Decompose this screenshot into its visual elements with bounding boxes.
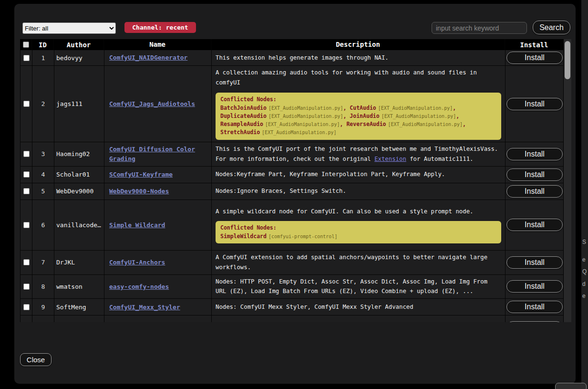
table-scrollbar-thumb[interactable] — [565, 41, 570, 79]
edge-letter: d — [582, 281, 586, 287]
node-name-link[interactable]: easy-comfy-nodes — [109, 282, 169, 292]
header-checkbox-cell — [20, 39, 32, 50]
edge-letter: Q — [582, 268, 587, 275]
row-id: 3 — [32, 142, 54, 166]
row-description-cell: This extension helps generate images thr… — [212, 50, 505, 65]
row-checkbox-cell — [21, 50, 32, 65]
conflict-node-ref: [EXT_AudioManipulation.py] — [268, 105, 343, 111]
row-install-cell: Install — [505, 251, 564, 274]
row-name-cell: ComfyUI Diffusion Color Grading — [104, 142, 212, 166]
row-checkbox-cell — [21, 200, 32, 250]
select-all-checkbox[interactable] — [23, 42, 29, 48]
search-input[interactable] — [432, 22, 527, 34]
row-description-cell: Nodes:Keyframe Part, Keyframe Interpolat… — [212, 167, 505, 183]
node-name-link[interactable]: ComfyUI-Anchors — [109, 258, 165, 267]
search-button[interactable]: Search — [533, 21, 570, 34]
row-checkbox[interactable] — [23, 188, 30, 194]
conflict-node-ref: [EXT_AudioManipulation.py] — [262, 130, 337, 135]
conflict-separator: , — [463, 121, 466, 127]
conflict-node-name: ResampleAudio — [220, 121, 263, 127]
node-name-link[interactable]: Simple Wildcard — [109, 221, 165, 230]
row-description-cell: A simple wildcard node for ComfyUI. Can … — [212, 200, 505, 250]
row-install-cell: Install — [505, 142, 564, 166]
conflict-node-name: ReverseAudio — [346, 121, 386, 127]
row-checkbox[interactable] — [23, 304, 30, 310]
description-text: A simple wildcard node for ComfyUI. Can … — [216, 207, 473, 217]
conflict-separator: , — [456, 113, 459, 119]
description-link[interactable]: Extension — [374, 156, 406, 162]
row-checkbox-cell — [21, 251, 32, 274]
install-button[interactable]: Install — [506, 98, 563, 110]
edge-letter: e — [582, 256, 586, 263]
row-install-cell: Install — [505, 200, 564, 250]
page-right-edge[interactable]: SeQde — [581, 0, 588, 389]
node-name-link[interactable]: ComfyUI Diffusion Color Grading — [109, 145, 209, 163]
table-scrollbar[interactable] — [563, 39, 571, 322]
row-install-cell: Install — [505, 183, 564, 200]
row-install-cell: Install — [505, 315, 564, 322]
table-row: 8wmatsoneasy-comfy-nodesNodes: HTTP POST… — [20, 275, 571, 299]
install-button[interactable]: Install — [506, 256, 563, 269]
row-name-cell: ComfyUI-Anchors — [104, 251, 212, 274]
row-id: 10 — [32, 315, 54, 322]
close-button[interactable]: Close — [20, 353, 52, 366]
table-row: 7DrJKLComfyUI-AnchorsA ComfyUI extension… — [20, 251, 571, 275]
row-author: WebDev9000 — [54, 183, 104, 200]
install-button[interactable]: Install — [506, 219, 563, 231]
conflict-items: SimpleWildcard[comfyui-prompt-control] — [220, 232, 496, 241]
install-button[interactable]: Install — [506, 185, 563, 198]
row-description-cell: Nodes: Yolov8Detection, Yolov8Segmentati… — [212, 315, 505, 322]
conflict-node-name: SimpleWildcard — [220, 233, 267, 240]
row-checkbox[interactable] — [23, 171, 30, 178]
table-row: 4Scholar01SComfyUI-KeyframeNodes:Keyfram… — [20, 167, 571, 183]
row-checkbox[interactable] — [23, 222, 30, 228]
table-body: 1bedovyyComfyUI_NAIDGeneratorThis extens… — [20, 50, 571, 322]
conflict-box: Conflicted Nodes:SimpleWildcard[comfyui-… — [216, 221, 501, 243]
conflict-title: Conflicted Nodes: — [220, 95, 496, 104]
install-button[interactable]: Install — [506, 301, 563, 313]
install-button[interactable]: Install — [506, 321, 563, 322]
filter-select[interactable]: Filter: all — [22, 22, 116, 34]
row-checkbox[interactable] — [23, 259, 30, 265]
row-description-cell: Nodes: ComfyUI Mexx Styler, ComfyUI Mexx… — [212, 299, 505, 315]
row-checkbox-cell — [21, 299, 32, 315]
row-id: 8 — [32, 275, 54, 299]
table-row: 9SoftMengComfyUI_Mexx_StylerNodes: Comfy… — [20, 299, 571, 315]
channel-badge: Channel: recent — [124, 22, 196, 33]
row-checkbox-cell — [21, 315, 32, 322]
custom-nodes-dialog: Filter: all Channel: recent Search ID Au… — [14, 4, 576, 384]
node-name-link[interactable]: ComfyUI_Jags_Audiotools — [109, 99, 195, 109]
row-install-cell: Install — [505, 275, 564, 299]
row-id: 1 — [32, 50, 54, 65]
row-checkbox[interactable] — [23, 101, 30, 107]
conflict-box: Conflicted Nodes:BatchJoinAudio[EXT_Audi… — [216, 93, 501, 139]
install-button[interactable]: Install — [506, 148, 563, 160]
install-button[interactable]: Install — [506, 168, 563, 181]
row-checkbox[interactable] — [23, 151, 30, 157]
node-name-link[interactable]: ComfyUI_NAIDGenerator — [109, 53, 187, 63]
install-button[interactable]: Install — [506, 280, 563, 293]
row-checkbox-cell — [21, 167, 32, 183]
row-name-cell: ComfyUI_Mexx_Styler — [104, 299, 212, 315]
description-text: A ComfyUI extension to add spatial ancho… — [216, 252, 501, 273]
node-name-link[interactable]: WebDev9000-Nodes — [109, 187, 169, 196]
row-name-cell: ComfyUI Yolov8 — [104, 315, 212, 322]
node-name-link[interactable]: SComfyUI-Keyframe — [109, 170, 173, 179]
conflict-node-ref: [EXT_AudioManipulation.py] — [388, 122, 463, 127]
node-name-link[interactable]: ComfyUI_Mexx_Styler — [109, 303, 180, 312]
row-description-cell: Nodes: HTTP POST, Empty Dict, Assoc Str,… — [212, 275, 505, 299]
table-row: 3Haoming02ComfyUI Diffusion Color Gradin… — [20, 142, 571, 167]
table-row: 6vanillacode…Simple WildcardA simple wil… — [20, 200, 571, 251]
row-id: 2 — [32, 66, 54, 142]
conflict-node-name: StretchAudio — [220, 129, 260, 136]
conflict-node-ref: [EXT_AudioManipulation.py] — [378, 105, 453, 111]
row-name-cell: WebDev9000-Nodes — [104, 183, 212, 200]
description-part: Nodes:Ignore Braces, Settings Switch. — [216, 188, 346, 194]
nodes-table: ID Author Name Description Install 1bedo… — [20, 39, 571, 322]
row-name-cell: easy-comfy-nodes — [104, 275, 212, 299]
row-checkbox-cell — [21, 142, 32, 166]
row-checkbox[interactable] — [23, 55, 30, 61]
description-text: Nodes: HTTP POST, Empty Dict, Assoc Str,… — [216, 277, 501, 297]
install-button[interactable]: Install — [506, 52, 563, 64]
row-checkbox[interactable] — [23, 284, 30, 290]
